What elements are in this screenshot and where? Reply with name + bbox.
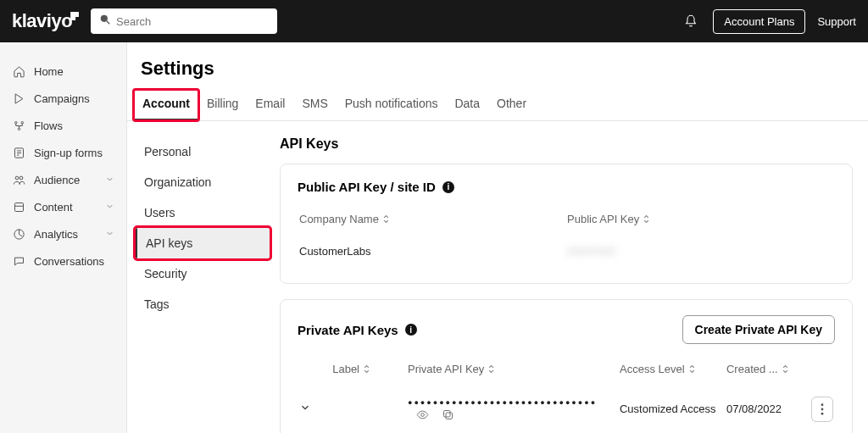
tab-account[interactable]: Account: [134, 90, 198, 120]
analytics-icon: [12, 227, 25, 241]
search-input[interactable]: [116, 15, 269, 28]
notifications-icon[interactable]: [684, 14, 698, 28]
sidebar-item-label: Conversations: [34, 255, 104, 268]
main-area: Settings Account Billing Email SMS Push …: [127, 42, 868, 433]
table-row: ●●●●●●●●●●●●●●●●●●●●●●●●●●●●●● Customize…: [299, 386, 833, 432]
private-api-title: Private API Keys: [298, 323, 398, 337]
sidebar-item-label: Content: [34, 201, 73, 214]
svg-rect-12: [14, 203, 23, 211]
tab-data[interactable]: Data: [446, 90, 488, 120]
sort-icon: [782, 364, 789, 376]
svg-point-11: [19, 176, 23, 180]
subnav-organization[interactable]: Organization: [136, 167, 270, 197]
search-icon: [99, 14, 116, 29]
support-link[interactable]: Support: [817, 15, 856, 28]
tab-other[interactable]: Other: [488, 90, 535, 120]
masked-key: ●●●●●●●●●●●●●●●●●●●●●●●●●●●●●●: [408, 398, 597, 407]
sidebar-item-signup-forms[interactable]: Sign-up forms: [0, 139, 126, 166]
col-access-level[interactable]: Access Level: [620, 358, 725, 385]
svg-point-3: [14, 121, 17, 124]
copy-icon[interactable]: [442, 408, 455, 421]
chevron-down-icon: [105, 228, 114, 241]
public-api-title: Public API Key / site ID: [298, 180, 436, 194]
sidebar-item-label: Sign-up forms: [34, 147, 103, 159]
left-sidebar: Home Campaigns Flows Sign-up forms Audie…: [0, 42, 127, 433]
sidebar-item-label: Campaigns: [34, 92, 90, 105]
sidebar-item-analytics[interactable]: Analytics: [0, 220, 126, 247]
svg-point-19: [821, 408, 824, 410]
svg-line-1: [107, 21, 110, 25]
brand-logo: klaviyo: [12, 10, 79, 32]
reveal-icon[interactable]: [416, 408, 430, 421]
tab-billing[interactable]: Billing: [198, 90, 247, 120]
subnav-security[interactable]: Security: [136, 258, 270, 289]
table-row: CustomerLabs XXXXXX: [299, 236, 833, 266]
sort-icon: [688, 364, 696, 376]
created-cell: 07/08/2022: [726, 386, 800, 432]
audience-icon: [12, 173, 25, 186]
sidebar-item-label: Home: [34, 65, 64, 78]
panel-title: API Keys: [280, 136, 853, 152]
subnav-users[interactable]: Users: [136, 197, 270, 228]
form-icon: [12, 146, 25, 159]
sidebar-item-audience[interactable]: Audience: [0, 166, 126, 193]
svg-rect-16: [446, 413, 453, 419]
col-private-key[interactable]: Private API Key: [408, 358, 618, 385]
sidebar-item-label: Analytics: [34, 228, 78, 241]
col-created[interactable]: Created ...: [726, 358, 800, 385]
sidebar-item-label: Audience: [34, 174, 80, 186]
sort-icon: [363, 364, 370, 376]
col-company-name[interactable]: Company Name: [299, 208, 565, 235]
svg-point-20: [821, 413, 824, 415]
sidebar-item-flows[interactable]: Flows: [0, 112, 126, 139]
company-name-cell: CustomerLabs: [299, 236, 565, 266]
campaigns-icon: [12, 92, 25, 105]
svg-point-5: [18, 128, 20, 130]
content-icon: [12, 200, 25, 214]
chevron-down-icon: [105, 201, 114, 214]
account-subnav: Personal Organization Users API keys Sec…: [127, 121, 278, 433]
svg-point-15: [421, 413, 425, 416]
info-icon[interactable]: i: [405, 324, 417, 336]
flows-icon: [12, 119, 25, 132]
info-icon[interactable]: i: [442, 181, 454, 193]
home-icon: [12, 64, 25, 78]
col-label[interactable]: Label: [332, 358, 406, 385]
sidebar-item-home[interactable]: Home: [0, 58, 126, 85]
sort-icon: [643, 214, 650, 226]
sort-icon: [382, 214, 390, 226]
svg-rect-17: [444, 410, 451, 417]
subnav-tags[interactable]: Tags: [136, 289, 270, 319]
account-plans-button[interactable]: Account Plans: [713, 9, 805, 34]
chevron-down-icon: [105, 174, 114, 186]
svg-point-4: [21, 121, 24, 124]
private-api-card: Private API Keys i Create Private API Ke…: [280, 299, 853, 433]
sidebar-item-content[interactable]: Content: [0, 193, 126, 220]
svg-point-10: [15, 176, 19, 180]
sidebar-item-conversations[interactable]: Conversations: [0, 247, 126, 275]
row-actions-menu[interactable]: [811, 397, 833, 422]
svg-marker-2: [15, 93, 23, 103]
svg-point-18: [821, 403, 824, 406]
search-box[interactable]: [91, 8, 277, 34]
tab-email[interactable]: Email: [247, 90, 293, 120]
access-level-cell: Customized Access: [620, 386, 725, 432]
subnav-personal[interactable]: Personal: [136, 136, 270, 167]
svg-point-0: [101, 15, 108, 22]
public-api-card: Public API Key / site ID i Company Name …: [280, 164, 853, 284]
expand-row-toggle[interactable]: [299, 403, 311, 416]
col-public-key[interactable]: Public API Key: [567, 208, 833, 235]
public-key-cell: XXXXXX: [567, 245, 616, 258]
tab-push[interactable]: Push notifications: [337, 90, 447, 120]
settings-tabs: Account Billing Email SMS Push notificat…: [127, 90, 868, 121]
sidebar-item-campaigns[interactable]: Campaigns: [0, 85, 126, 112]
sidebar-item-label: Flows: [34, 119, 63, 132]
sort-icon: [487, 364, 495, 376]
subnav-api-keys[interactable]: API keys: [136, 228, 270, 258]
conversations-icon: [12, 254, 25, 268]
tab-sms[interactable]: SMS: [293, 90, 336, 120]
top-bar: klaviyo Account Plans Support: [0, 0, 868, 42]
page-title: Settings: [132, 58, 868, 90]
create-private-key-button[interactable]: Create Private API Key: [682, 315, 835, 344]
